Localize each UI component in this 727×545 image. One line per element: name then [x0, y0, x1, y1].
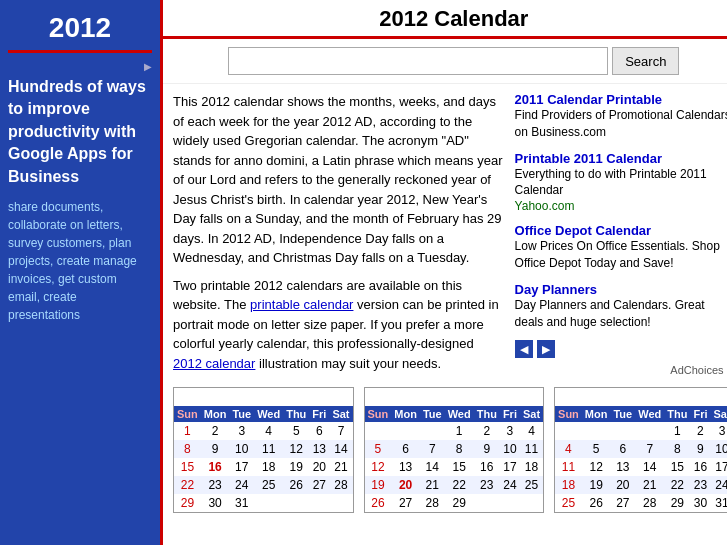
ad-item-1: Printable 2011 Calendar Everything to do…: [515, 151, 727, 214]
cal-cell: 3: [229, 422, 254, 440]
para2-end: illustration may suit your needs.: [255, 356, 441, 371]
day-header-sun: Sun: [555, 406, 582, 422]
cal-cell: 14: [420, 458, 445, 476]
ad-title-2[interactable]: Office Depot Calendar: [515, 223, 727, 238]
cal-cell: 12: [365, 458, 392, 476]
cal-cell: 5: [582, 440, 611, 458]
day-header-thu: Thu: [474, 406, 500, 422]
cal-cell: 11: [254, 440, 283, 458]
cal-cell: 10: [710, 440, 727, 458]
day-header-sat: Sat: [329, 406, 352, 422]
day-header-tue: Tue: [229, 406, 254, 422]
cal-cell: 26: [365, 494, 392, 512]
cal-cell: 19: [582, 476, 611, 494]
ad-item-3: Day Planners Day Planners and Calendars.…: [515, 282, 727, 331]
day-header-fri: Fri: [690, 406, 710, 422]
cal-cell: 30: [690, 494, 710, 512]
cal-cell: 1: [664, 422, 690, 440]
cal-cell: 28: [329, 476, 352, 494]
cal-cell: 20: [610, 476, 635, 494]
cal-cell: 24: [229, 476, 254, 494]
ad-desc-3: Day Planners and Calendars. Great deals …: [515, 297, 727, 331]
cal-cell: 31: [229, 494, 254, 512]
day-header-mon: Mon: [391, 406, 420, 422]
cal-cell: 13: [391, 458, 420, 476]
cal-cell: 28: [635, 494, 664, 512]
day-header-sun: Sun: [174, 406, 201, 422]
search-button[interactable]: Search: [612, 47, 679, 75]
cal-cell: 23: [474, 476, 500, 494]
cal-cell: 27: [391, 494, 420, 512]
cal-cell: 7: [635, 440, 664, 458]
day-header-wed: Wed: [445, 406, 474, 422]
cal-cell: 26: [283, 476, 309, 494]
day-header-thu: Thu: [664, 406, 690, 422]
day-header-wed: Wed: [635, 406, 664, 422]
ad-title-1[interactable]: Printable 2011 Calendar: [515, 151, 727, 166]
intro-paragraph: This 2012 calendar shows the months, wee…: [173, 92, 505, 268]
ad-choices: AdChoices ▷: [515, 364, 727, 377]
cal-cell: 13: [309, 440, 329, 458]
ad-url-1: Yahoo.com: [515, 199, 727, 213]
cal-cell: 7: [420, 440, 445, 458]
cal-cell: 19: [283, 458, 309, 476]
cal-cell: 11: [555, 458, 582, 476]
day-header-sat: Sat: [520, 406, 543, 422]
main-text: This 2012 calendar shows the months, wee…: [173, 92, 505, 381]
cal-cell: 13: [610, 458, 635, 476]
calendar-grid: JanuarySunMonTueWedThuFriSat123456789101…: [173, 387, 727, 513]
day-header-mon: Mon: [201, 406, 230, 422]
page-header: 2012 Calendar: [163, 0, 727, 39]
ad-navigation: ◀ ▶: [515, 340, 727, 358]
cal-cell: 2: [201, 422, 230, 440]
search-input[interactable]: [228, 47, 608, 75]
cal-cell: 18: [254, 458, 283, 476]
cal-cell: 4: [520, 422, 543, 440]
cal-cell: [283, 494, 309, 512]
cal-cell: 22: [664, 476, 690, 494]
calendar-january: JanuarySunMonTueWedThuFriSat123456789101…: [173, 387, 354, 513]
cal-cell: 5: [283, 422, 309, 440]
day-header-tue: Tue: [420, 406, 445, 422]
cal-cell: 9: [201, 440, 230, 458]
cal-cell: [635, 422, 664, 440]
cal-cell: [365, 422, 392, 440]
printable-calendar-link[interactable]: printable calendar: [250, 297, 353, 312]
cal-cell: 3: [500, 422, 520, 440]
cal-cell: 24: [500, 476, 520, 494]
month-header-february: February: [365, 388, 544, 406]
cal-cell: 5: [365, 440, 392, 458]
ad-desc-0: Find Providers of Promotional Calendars …: [515, 107, 727, 141]
cal-cell: [500, 494, 520, 512]
cal-cell: 21: [329, 458, 352, 476]
cal-cell: 8: [664, 440, 690, 458]
calendar-2012-link[interactable]: 2012 calendar: [173, 356, 255, 371]
cal-cell: 3: [710, 422, 727, 440]
cal-cell: 2: [474, 422, 500, 440]
cal-cell: 27: [610, 494, 635, 512]
cal-cell: 28: [420, 494, 445, 512]
day-header-fri: Fri: [309, 406, 329, 422]
day-header-tue: Tue: [610, 406, 635, 422]
ad-title-3[interactable]: Day Planners: [515, 282, 727, 297]
ad-title-0[interactable]: 2011 Calendar Printable: [515, 92, 727, 107]
cal-cell: 1: [174, 422, 201, 440]
cal-cell: [474, 494, 500, 512]
cal-cell: 25: [254, 476, 283, 494]
month-header-january: January: [174, 388, 353, 406]
cal-cell: 7: [329, 422, 352, 440]
cal-cell: 21: [420, 476, 445, 494]
ad-prev-button[interactable]: ◀: [515, 340, 533, 358]
cal-cell: 4: [555, 440, 582, 458]
day-header-mon: Mon: [582, 406, 611, 422]
cal-cell: 15: [174, 458, 201, 476]
ad-next-button[interactable]: ▶: [537, 340, 555, 358]
sidebar-ad-link: share documents, collaborate on letters,…: [8, 198, 152, 324]
sidebar-ad-text: Hundreds of ways to improve productivity…: [8, 76, 152, 188]
page-title: 2012 Calendar: [163, 6, 727, 32]
cal-cell: 9: [474, 440, 500, 458]
cal-cell: 22: [445, 476, 474, 494]
day-header-sun: Sun: [365, 406, 392, 422]
cal-cell: 2: [690, 422, 710, 440]
cal-cell: 17: [710, 458, 727, 476]
